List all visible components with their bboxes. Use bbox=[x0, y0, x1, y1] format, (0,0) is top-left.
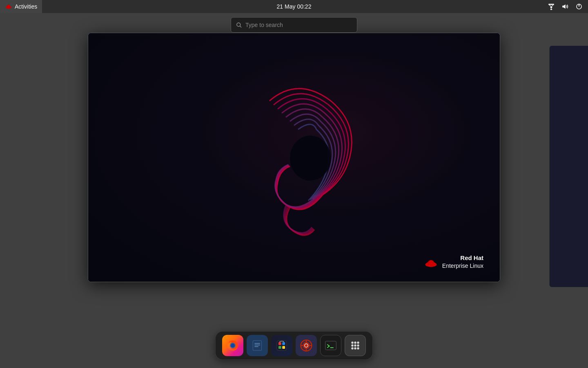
dock-notes[interactable] bbox=[247, 335, 268, 356]
svg-point-38 bbox=[304, 343, 308, 348]
activities-button[interactable]: Activities bbox=[0, 0, 42, 13]
redhat-text: Red Hat Enterprise Linux bbox=[442, 254, 483, 270]
top-bar: Activities 21 May 00:22 bbox=[0, 0, 588, 13]
svg-point-39 bbox=[305, 344, 307, 347]
svg-point-44 bbox=[354, 341, 356, 343]
search-input[interactable] bbox=[245, 22, 352, 28]
svg-line-5 bbox=[551, 5, 553, 7]
dock-terminal[interactable] bbox=[320, 335, 341, 356]
svg-rect-24 bbox=[277, 341, 287, 350]
svg-point-49 bbox=[351, 347, 353, 349]
svg-point-32 bbox=[303, 343, 309, 348]
svg-rect-28 bbox=[282, 342, 285, 345]
search-bar[interactable] bbox=[231, 17, 357, 33]
search-container bbox=[231, 17, 357, 33]
help-icon bbox=[299, 339, 313, 352]
svg-point-43 bbox=[351, 341, 353, 343]
activities-label: Activities bbox=[15, 3, 37, 10]
svg-rect-3 bbox=[552, 4, 554, 5]
svg-point-33 bbox=[303, 343, 309, 348]
svg-rect-27 bbox=[278, 346, 281, 349]
app-grid-icon bbox=[350, 340, 361, 351]
network-icon[interactable] bbox=[546, 1, 557, 12]
svg-line-13 bbox=[240, 26, 241, 27]
redhat-hat-icon bbox=[424, 257, 438, 267]
svg-point-18 bbox=[231, 343, 235, 348]
svg-rect-6 bbox=[550, 7, 552, 8]
svg-rect-20 bbox=[253, 341, 261, 350]
svg-point-51 bbox=[357, 347, 359, 349]
wallpaper: Red Hat Enterprise Linux bbox=[88, 33, 500, 282]
svg-point-17 bbox=[230, 343, 236, 348]
dock-software[interactable] bbox=[271, 335, 292, 356]
svg-rect-29 bbox=[282, 346, 285, 349]
firefox-icon bbox=[226, 339, 240, 352]
search-icon bbox=[236, 22, 242, 28]
svg-rect-1 bbox=[548, 4, 550, 5]
svg-point-46 bbox=[351, 344, 353, 346]
svg-rect-25 bbox=[277, 341, 287, 350]
svg-point-16 bbox=[227, 340, 238, 351]
svg-point-50 bbox=[354, 347, 356, 349]
svg-point-12 bbox=[237, 22, 241, 26]
svg-point-45 bbox=[357, 341, 359, 343]
system-tray bbox=[546, 1, 588, 12]
dock-app-grid[interactable] bbox=[345, 335, 366, 356]
redhat-brand: Red Hat Enterprise Linux bbox=[424, 254, 483, 270]
power-icon[interactable] bbox=[573, 1, 585, 12]
svg-point-48 bbox=[357, 344, 359, 346]
software-icon bbox=[275, 339, 288, 352]
svg-marker-9 bbox=[562, 4, 566, 9]
volume-icon[interactable] bbox=[559, 1, 571, 12]
svg-point-14 bbox=[290, 136, 331, 181]
svg-point-31 bbox=[301, 340, 312, 351]
dock bbox=[215, 331, 373, 360]
svg-rect-41 bbox=[325, 341, 336, 350]
svg-rect-8 bbox=[550, 9, 552, 10]
rhel-logo-graphic bbox=[216, 68, 372, 240]
redhat-logo-icon bbox=[5, 3, 12, 10]
svg-rect-2 bbox=[550, 4, 552, 5]
workspace-area: Red Hat Enterprise Linux bbox=[0, 13, 588, 368]
svg-rect-19 bbox=[253, 341, 261, 350]
svg-point-47 bbox=[354, 344, 356, 346]
svg-rect-26 bbox=[278, 342, 281, 345]
dock-help[interactable] bbox=[296, 335, 317, 356]
main-desktop-window[interactable]: Red Hat Enterprise Linux bbox=[88, 33, 500, 282]
dock-firefox[interactable] bbox=[222, 335, 243, 356]
svg-point-30 bbox=[301, 340, 312, 351]
notes-icon bbox=[251, 339, 264, 352]
svg-line-4 bbox=[550, 5, 552, 7]
svg-rect-40 bbox=[325, 341, 336, 350]
right-panel bbox=[549, 46, 588, 287]
datetime-display: 21 May 00:22 bbox=[277, 3, 312, 10]
terminal-icon bbox=[324, 339, 337, 352]
